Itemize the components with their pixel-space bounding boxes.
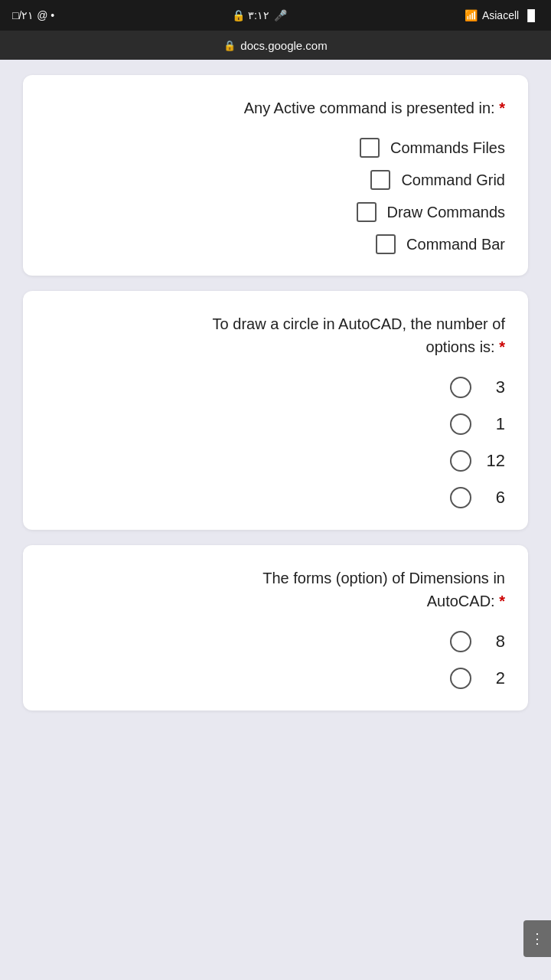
- option-3-label: 3: [482, 377, 505, 397]
- option-1[interactable]: 1: [450, 413, 505, 435]
- question-3-line1: The forms (option) of Dimensions in: [262, 570, 505, 586]
- question-3-line2: :AutoCAD: [427, 593, 495, 609]
- question-1-text: * :Any Active command is presented in: [46, 96, 505, 119]
- more-options-button[interactable]: ⋮: [523, 920, 551, 957]
- required-star-3: *: [499, 593, 505, 609]
- option-command-bar-label: Command Bar: [406, 236, 505, 253]
- mic-icon: 🎤: [274, 9, 287, 21]
- status-icons: □/٢١ @ •: [12, 9, 54, 21]
- radio-6[interactable]: [450, 487, 471, 508]
- time-display: 🔒 ٣:١٢: [232, 9, 269, 21]
- question-1-card: * :Any Active command is presented in Co…: [23, 75, 528, 276]
- question-2-line1: To draw a circle in AutoCAD, the number …: [213, 315, 505, 332]
- option-3[interactable]: 3: [450, 377, 505, 398]
- radio-8[interactable]: [450, 631, 471, 652]
- radio-2[interactable]: [450, 668, 471, 689]
- question-3-card: The forms (option) of Dimensions in * :A…: [23, 545, 528, 710]
- option-2-label: 2: [482, 668, 505, 688]
- content-area: * :Any Active command is presented in Co…: [0, 60, 551, 980]
- address-bar[interactable]: 🔒 docs.google.com: [0, 31, 551, 60]
- radio-1[interactable]: [450, 413, 471, 435]
- option-12[interactable]: 12: [450, 450, 505, 472]
- question-1-label: :Any Active command is presented in: [244, 100, 495, 116]
- option-6-label: 6: [482, 488, 505, 508]
- checkbox-command-bar[interactable]: [376, 234, 396, 254]
- lock-icon: 🔒: [223, 40, 236, 51]
- option-1-label: 1: [482, 414, 505, 434]
- option-6[interactable]: 6: [450, 487, 505, 508]
- status-center: 🔒 ٣:١٢ 🎤: [232, 9, 287, 21]
- option-command-grid-label: Command Grid: [401, 172, 505, 189]
- option-12-label: 12: [482, 451, 505, 471]
- wifi-icon: 📶: [465, 9, 478, 21]
- option-8[interactable]: 8: [450, 631, 505, 652]
- radio-12[interactable]: [450, 450, 471, 472]
- checkbox-commands-files[interactable]: [360, 138, 380, 158]
- option-8-label: 8: [482, 632, 505, 652]
- checkbox-options-1: Commands Files Command Grid Draw Command…: [46, 138, 505, 254]
- status-bar: □/٢١ @ • 🔒 ٣:١٢ 🎤 📶 Asiacell ▐▌: [0, 0, 551, 31]
- option-command-bar[interactable]: Command Bar: [376, 234, 505, 254]
- required-star-1: *: [499, 100, 505, 116]
- carrier-name: Asiacell: [482, 9, 519, 21]
- radio-options-2: 3 1 12 6: [46, 377, 505, 508]
- url-text: docs.google.com: [240, 39, 327, 52]
- question-2-line2: :options is: [426, 338, 495, 355]
- radio-options-3: 8 2: [46, 631, 505, 689]
- required-star-2: *: [499, 338, 505, 355]
- question-3-text: The forms (option) of Dimensions in * :A…: [46, 567, 505, 612]
- status-left: □/٢١ @ •: [12, 9, 54, 21]
- option-command-grid[interactable]: Command Grid: [370, 170, 505, 190]
- question-2-card: To draw a circle in AutoCAD, the number …: [23, 291, 528, 530]
- option-2[interactable]: 2: [450, 668, 505, 689]
- question-2-text: To draw a circle in AutoCAD, the number …: [46, 312, 505, 358]
- checkbox-command-grid[interactable]: [370, 170, 390, 190]
- signal-icon: ▐▌: [523, 9, 539, 21]
- radio-3[interactable]: [450, 377, 471, 398]
- option-draw-commands-label: Draw Commands: [387, 204, 505, 221]
- option-commands-files[interactable]: Commands Files: [360, 138, 505, 158]
- three-dots-icon: ⋮: [530, 930, 544, 947]
- option-draw-commands[interactable]: Draw Commands: [357, 202, 505, 222]
- status-right: 📶 Asiacell ▐▌: [465, 9, 539, 21]
- checkbox-draw-commands[interactable]: [357, 202, 377, 222]
- option-commands-files-label: Commands Files: [390, 139, 505, 157]
